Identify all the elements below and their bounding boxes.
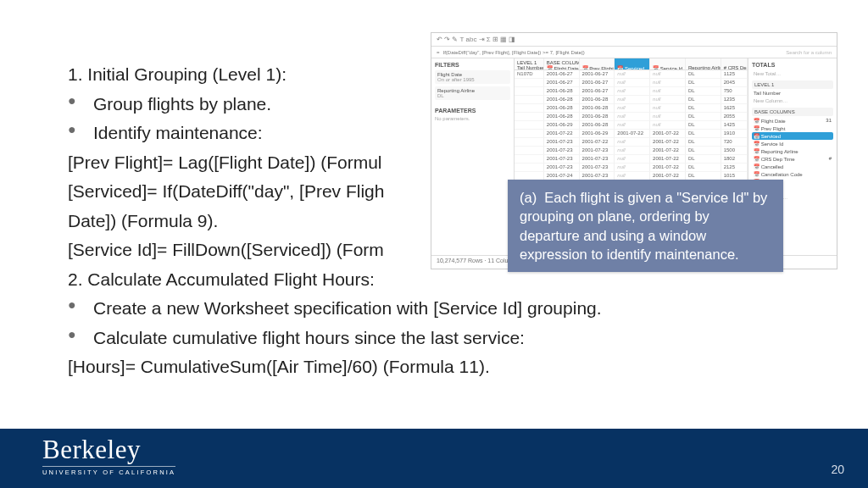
cell-fd: 2001-06-28 — [544, 104, 580, 113]
col-crs: # CRS Dep Time — [721, 58, 748, 70]
table-row: 2001-06-292001-06-28nullnullDL1425 — [515, 121, 748, 130]
cell-pf: 2001-07-22 — [580, 138, 615, 147]
formula-11: [Hours]= CumulativeSum([Air Time]/60) (F… — [68, 353, 834, 381]
right-item: 📅 Prev Flight — [752, 125, 833, 132]
table-row: 2001-07-232001-07-23null2001-07-22DL2125 — [515, 164, 748, 172]
ss-left-pane: FILTERS Flight Date On or after 1995 Rep… — [431, 58, 515, 255]
col-prev-flight: 📅 Prev Flight — [580, 58, 615, 70]
cell-crs: 2055 — [721, 113, 748, 121]
cell-fd: 2001-06-27 — [544, 70, 580, 79]
logo-main: Berkeley — [42, 435, 175, 465]
right-item: 📅 Service Id — [752, 140, 833, 147]
table-row: 2001-06-282001-06-27nullnullDL750 — [515, 87, 748, 96]
right-item-name: 📅 Cancellation Code — [754, 171, 803, 177]
cell-fd: 2001-07-23 — [544, 147, 580, 155]
cell-sid: null — [650, 104, 686, 113]
col-level1: LEVEL 1Tail Number — [515, 58, 544, 70]
filter-airline: Reporting Airline DL — [435, 86, 510, 100]
cell-ra: DL — [686, 164, 721, 172]
cell-ra: DL — [686, 147, 721, 155]
cell-ra: DL — [686, 87, 721, 96]
cell-ra: DL — [686, 79, 721, 87]
right-item-name: 📅 Reporting Airline — [754, 148, 798, 154]
filter-fd-value: On or after 1995 — [437, 77, 508, 82]
cell-crs: 750 — [721, 87, 748, 96]
step2-bullet-1: Create a new Worksheet specification wit… — [68, 295, 834, 323]
cell-sid: null — [650, 70, 686, 79]
cell-fd: 2001-07-22 — [544, 130, 580, 138]
search-input: Search for a column — [786, 50, 832, 55]
cell-fd: 2001-06-28 — [544, 96, 580, 104]
cell-ra: DL — [686, 113, 721, 121]
right-item: 📅 Serviced — [752, 132, 833, 140]
params-title: PARAMETERS — [435, 108, 510, 114]
cell-pf: 2001-06-28 — [580, 113, 615, 121]
cell-sv: null — [615, 104, 650, 113]
cell-crs: 1500 — [721, 147, 748, 155]
cell-fd: 2001-07-23 — [544, 164, 580, 172]
table-row: 2001-06-282001-06-28nullnullDL2055 — [515, 113, 748, 121]
filters-title: FILTERS — [435, 62, 510, 68]
cell-sv: null — [615, 164, 650, 172]
filter-flight-date: Flight Date On or after 1995 — [435, 70, 510, 84]
ss-formula-bar: = If(DateDiff("day", [Prev Flight], [Fli… — [431, 47, 837, 58]
right-item: 📅 Reporting Airline — [752, 147, 833, 155]
callout-text: Each flight is given a "Service Id" by g… — [520, 190, 767, 262]
cell-crs: 1802 — [721, 155, 748, 164]
filter-ra-value: DL — [437, 93, 508, 98]
cell-pf: 2001-06-29 — [580, 130, 615, 138]
cell-ra: DL — [686, 70, 721, 79]
cell-tail — [515, 79, 544, 87]
callout-label: (a) — [520, 190, 537, 205]
col-service-id: 📅 Service Id — [650, 58, 686, 70]
cell-tail — [515, 147, 544, 155]
cell-sid: 2001-07-22 — [650, 138, 686, 147]
cell-sid: 2001-07-22 — [650, 155, 686, 164]
cell-pf: 2001-06-28 — [580, 104, 615, 113]
right-item: 📅 Flight Date31 — [752, 117, 833, 125]
cell-ra: DL — [686, 155, 721, 164]
cell-sv: null — [615, 113, 650, 121]
right-item-name: 📅 Flight Date — [754, 118, 786, 124]
cell-pf: 2001-07-23 — [580, 155, 615, 164]
cell-pf: 2001-07-23 — [580, 147, 615, 155]
cell-ra: DL — [686, 104, 721, 113]
table-row: 2001-07-232001-07-23null2001-07-22DL1802 — [515, 155, 748, 164]
cell-crs: 2045 — [721, 79, 748, 87]
cell-sid: null — [650, 79, 686, 87]
right-newcol: New Column… — [752, 97, 833, 104]
table-row: 2001-06-282001-06-28nullnullDL1235 — [515, 96, 748, 104]
cell-sid: null — [650, 113, 686, 121]
cell-tail: N107D — [515, 70, 544, 79]
cell-tail — [515, 130, 544, 138]
cell-pf: 2001-06-27 — [580, 70, 615, 79]
col-reporting: Reporting Airline — [686, 58, 721, 70]
table-row: N107D2001-06-272001-06-27nullnullDL1125 — [515, 70, 748, 79]
cell-pf: 2001-07-23 — [580, 164, 615, 172]
cell-sv: null — [615, 147, 650, 155]
right-item-badge: 31 — [826, 118, 832, 124]
cell-sid: 2001-07-22 — [650, 130, 686, 138]
cell-tail — [515, 104, 544, 113]
col-flight-date: BASE COLUMNS📅 Flight Date — [544, 58, 580, 70]
cell-sv: null — [615, 155, 650, 164]
logo-sub: UNIVERSITY OF CALIFORNIA — [42, 466, 175, 476]
page-number: 20 — [831, 463, 844, 476]
cell-fd: 2001-06-28 — [544, 113, 580, 121]
cell-fd: 2001-06-27 — [544, 79, 580, 87]
right-item: 📅 CRS Dep Time# — [752, 155, 833, 163]
cell-crs: 1125 — [721, 70, 748, 79]
cell-ra: DL — [686, 121, 721, 130]
fx-icon: = — [437, 50, 440, 55]
right-item-badge: # — [829, 156, 832, 162]
ss-header-row: LEVEL 1Tail Number BASE COLUMNS📅 Flight … — [515, 58, 748, 70]
cell-sv: 2001-07-22 — [615, 130, 650, 138]
cell-pf: 2001-06-27 — [580, 79, 615, 87]
callout-box: (a) Each flight is given a "Service Id" … — [508, 180, 783, 272]
cell-sv: null — [615, 70, 650, 79]
col-serviced: 📅 Serviced — [615, 58, 650, 70]
cell-fd: 2001-07-23 — [544, 138, 580, 147]
cell-pf: 2001-06-28 — [580, 121, 615, 130]
formula-text: If(DateDiff("day", [Prev Flight], [Fligh… — [443, 50, 585, 55]
table-row: 2001-06-282001-06-28nullnullDL1625 — [515, 104, 748, 113]
